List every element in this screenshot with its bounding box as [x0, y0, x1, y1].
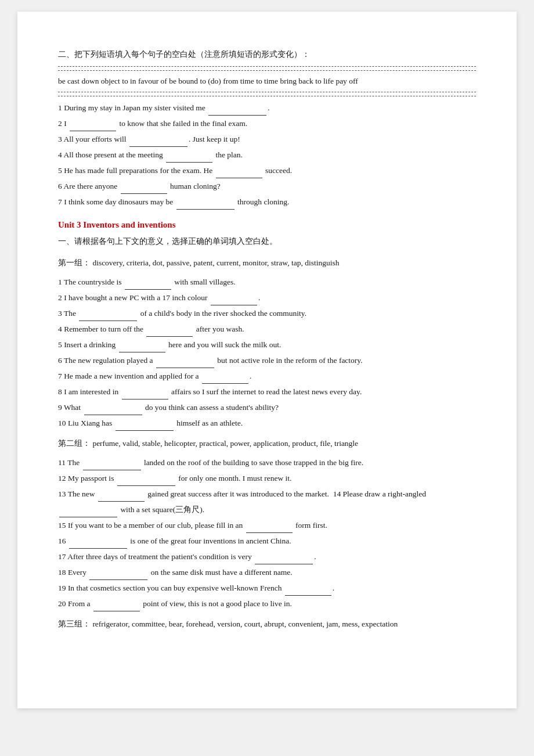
- g1-blank-10: [116, 422, 174, 431]
- phrase-list: be cast down object to in favour of be b…: [58, 74, 476, 88]
- sentence-7: 7 I think some day dinosaurs may be thro…: [58, 194, 476, 210]
- g2-s11: 11 The landed on the roof of the buildin…: [58, 455, 476, 470]
- sentence-6: 6 Are there anyone human cloning?: [58, 178, 476, 194]
- g1-s3: 3 The of a child's body in the river sho…: [58, 305, 476, 321]
- blank-2: [70, 122, 116, 131]
- g1-blank-8: [122, 390, 168, 399]
- group3-label: 第三组： refrigerator, committee, bear, fore…: [58, 616, 476, 632]
- g1-blank-5: [119, 343, 165, 352]
- sentence-5: 5 He has made full preparations for the …: [58, 163, 476, 178]
- g2-s16: 16 is one of the great four inventions i…: [58, 533, 476, 549]
- g1-s8: 8 I am interested in affairs so I surf t…: [58, 384, 476, 399]
- g1-blank-6: [156, 359, 214, 368]
- g2-s13: 13 The new gained great success after it…: [58, 486, 476, 517]
- group1-exercises: 1 The countryside is with small villages…: [58, 274, 476, 431]
- group2-label: 第二组： perfume, valid, stable, helicopter,…: [58, 435, 476, 451]
- g2-s18: 18 Every on the same disk must have a di…: [58, 564, 476, 580]
- g1-s10: 10 Liu Xiang has himself as an athlete.: [58, 415, 476, 431]
- g1-s5: 5 Insert a drinking here and you will su…: [58, 337, 476, 352]
- g1-s1: 1 The countryside is with small villages…: [58, 274, 476, 290]
- g1-s4: 4 Remember to turn off the after you was…: [58, 321, 476, 337]
- divider-top2: [58, 70, 476, 71]
- divider-top: [58, 66, 476, 67]
- g1-s7: 7 He made a new invention and applied fo…: [58, 368, 476, 384]
- blank-4: [166, 153, 212, 163]
- g2-blank-16: [69, 539, 127, 549]
- g1-s6: 6 The new regulation played a but not ac…: [58, 352, 476, 368]
- part1-exercises: 1 During my stay in Japan my sister visi…: [58, 100, 476, 210]
- sentence-3: 3 All your efforts will . Just keep it u…: [58, 131, 476, 147]
- blank-6: [121, 185, 167, 194]
- g2-s19: 19 In that cosmetics section you can buy…: [58, 580, 476, 596]
- g2-blank-20: [93, 602, 140, 611]
- g2-blank-13: [98, 492, 145, 502]
- g1-s2: 2 I have bought a new PC with a 17 inch …: [58, 290, 476, 305]
- g1-blank-1: [125, 280, 171, 290]
- g2-s15: 15 If you want to be a member of our clu…: [58, 517, 476, 533]
- g2-s17: 17 After three days of treatment the pat…: [58, 549, 476, 564]
- section1-header: 一、请根据各句上下文的意义，选择正确的单词填入空白处。: [58, 233, 476, 249]
- g1-blank-7: [202, 375, 248, 384]
- unit-title: Unit 3 Inventors and inventions: [58, 220, 476, 230]
- g1-blank-2: [211, 296, 257, 305]
- sentence-2: 2 I to know that she failed in the final…: [58, 116, 476, 131]
- page-container: 二、把下列短语填入每个句子的空白处（注意所填短语的形式变化）： be cast …: [17, 12, 517, 708]
- g1-blank-4: [146, 327, 193, 337]
- sentence-1: 1 During my stay in Japan my sister visi…: [58, 100, 476, 116]
- blank-5: [216, 169, 262, 178]
- g2-blank-18: [89, 571, 147, 580]
- g1-blank-3: [79, 312, 137, 321]
- blank-7: [176, 200, 234, 210]
- g1-blank-9: [84, 406, 142, 415]
- g2-blank-14: [59, 508, 117, 517]
- g2-blank-19: [285, 586, 331, 596]
- g2-blank-12: [117, 477, 175, 486]
- g2-s12: 12 My passport is for only one month. I …: [58, 470, 476, 486]
- blank-3: [129, 138, 187, 147]
- g2-blank-11: [83, 461, 141, 470]
- group2-exercises: 11 The landed on the roof of the buildin…: [58, 455, 476, 611]
- sentence-4: 4 All those present at the meeting the p…: [58, 147, 476, 163]
- group1-label: 第一组： discovery, criteria, dot, passive, …: [58, 255, 476, 271]
- divider-mid2: [58, 96, 476, 96]
- g1-s9: 9 What do you think can assess a student…: [58, 399, 476, 415]
- g2-s20: 20 From a point of view, this is not a g…: [58, 596, 476, 611]
- divider-mid: [58, 92, 476, 92]
- blank-1: [208, 106, 266, 116]
- g2-blank-17: [255, 555, 313, 564]
- section2-header: 二、把下列短语填入每个句子的空白处（注意所填短语的形式变化）：: [58, 46, 476, 63]
- g2-blank-15: [246, 524, 293, 533]
